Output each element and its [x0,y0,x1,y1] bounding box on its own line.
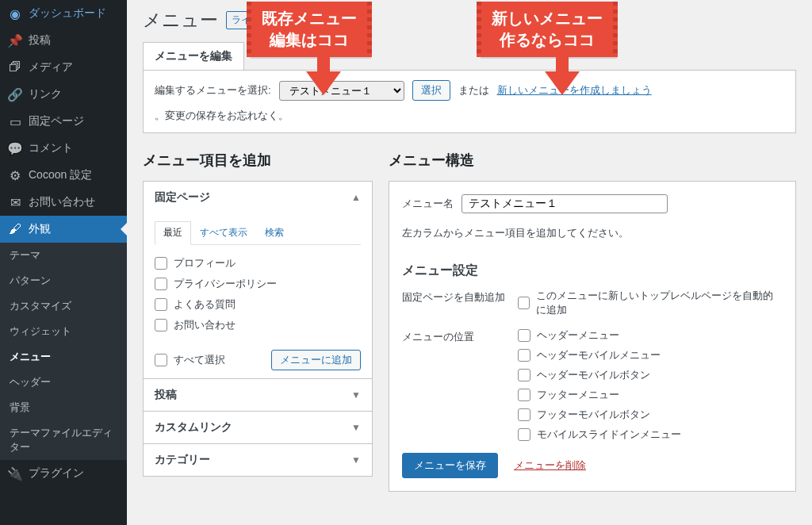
submenu-customize[interactable]: カスタマイズ [0,293,127,319]
structure-title: メニュー構造 [389,151,796,170]
menu-name-input[interactable] [462,194,668,213]
chevron-up-icon: ▲ [351,192,361,203]
nav-tabs: メニューを編集 [143,42,796,70]
chevron-down-icon: ▼ [351,454,361,466]
submenu-theme[interactable]: テーマ [0,243,127,268]
arrow-icon [317,52,330,73]
sidebar-item-appearance[interactable]: 🖌外観 [0,216,127,243]
callout-edit-existing: 既存メニュー編集はココ [249,2,370,57]
menu-selector-bar: 編集するメニューを選択: テストメニュー１ 選択 または新しいメニューを作成しま… [143,70,796,133]
sidebar-item-plugins[interactable]: 🔌プラグイン [0,460,127,487]
add-to-menu-button[interactable]: メニューに追加 [271,350,361,370]
submenu-header[interactable]: ヘッダー [0,370,127,395]
accordion-pages: 固定ページ▲ 最近 すべて表示 検索 プロフィール プライバシーポリシー よくあ… [143,181,373,379]
menu-structure-box: メニュー名 左カラムからメニュー項目を追加してください。 メニュー設定 固定ペー… [389,181,796,492]
submenu-background[interactable]: 背景 [0,395,127,420]
position-checkbox[interactable] [518,329,530,342]
subtab-all[interactable]: すべて表示 [191,221,256,244]
sidebar-item-pages[interactable]: ▭固定ページ [0,108,127,135]
menu-settings-title: メニュー設定 [402,262,783,279]
appearance-submenu: テーマ パターン カスタマイズ ウィジェット メニュー ヘッダー 背景 テーマフ… [0,243,127,460]
menu-name-label: メニュー名 [402,197,454,211]
admin-sidebar: ◉ダッシュボード 📌投稿 🗇メディア 🔗リンク ▭固定ページ 💬コメント ⚙Co… [0,0,127,525]
sidebar-item-comments[interactable]: 💬コメント [0,135,127,162]
subtab-search[interactable]: 検索 [256,221,293,244]
media-icon: 🗇 [8,60,22,75]
select-button[interactable]: 選択 [412,80,450,101]
pin-icon: 📌 [8,33,22,48]
tab-edit-menus[interactable]: メニューを編集 [143,42,244,70]
auto-add-label: 固定ページを自動追加 [402,289,505,305]
page-icon: ▭ [8,114,22,128]
chevron-down-icon: ▼ [351,389,361,400]
dashboard-icon: ◉ [8,6,22,21]
callout-create-new: 新しいメニュー作るならココ [479,2,615,57]
auto-add-checkbox[interactable] [518,297,530,309]
submenu-patterns[interactable]: パターン [0,268,127,293]
save-menu-button[interactable]: メニューを保存 [402,453,498,478]
arrow-icon [556,52,569,73]
main-content: メニュー ライ メニューを編集 編集するメニューを選択: テストメニュー１ 選択… [127,0,812,525]
sidebar-item-media[interactable]: 🗇メディア [0,54,127,81]
arrow-down-icon [545,71,580,95]
accordion-custom-head[interactable]: カスタムリンク▼ [144,412,372,443]
comment-icon: 💬 [8,141,22,155]
position-checkbox[interactable] [518,408,530,421]
gear-icon: ⚙ [8,168,22,182]
plugin-icon: 🔌 [8,466,22,481]
menu-select[interactable]: テストメニュー１ [279,81,404,101]
sidebar-item-posts[interactable]: 📌投稿 [0,27,127,54]
page-title: メニュー ライ [143,5,796,42]
checkbox[interactable] [155,278,167,290]
delete-menu-link[interactable]: メニューを削除 [514,458,586,473]
structure-hint: 左カラムからメニュー項目を追加してください。 [402,226,783,240]
arrow-down-icon [306,71,341,95]
brush-icon: 🖌 [8,222,22,236]
chevron-down-icon: ▼ [351,422,361,433]
select-all-checkbox[interactable] [155,354,167,366]
position-checkbox[interactable] [518,369,530,381]
submenu-theme-editor[interactable]: テーマファイルエディター [0,420,127,460]
position-label: メニューの位置 [402,328,505,344]
add-items-title: メニュー項目を追加 [143,151,373,170]
link-icon: 🔗 [8,87,22,102]
accordion-pages-head[interactable]: 固定ページ▲ [144,182,372,213]
subtab-recent[interactable]: 最近 [155,221,191,245]
submenu-menus[interactable]: メニュー [0,344,127,370]
submenu-widgets[interactable]: ウィジェット [0,319,127,344]
accordion-posts-head[interactable]: 投稿▼ [144,379,372,411]
checkbox[interactable] [155,257,167,270]
sidebar-item-links[interactable]: 🔗リンク [0,81,127,108]
sidebar-item-dashboard[interactable]: ◉ダッシュボード [0,0,127,27]
checkbox[interactable] [155,319,167,331]
accordion-categories-head[interactable]: カテゴリー▼ [144,444,372,476]
mail-icon: ✉ [8,195,22,209]
position-checkbox[interactable] [518,349,530,362]
sidebar-item-contact[interactable]: ✉お問い合わせ [0,189,127,216]
position-checkbox[interactable] [518,428,530,441]
selector-label: 編集するメニューを選択: [155,83,271,98]
sidebar-item-cocoon[interactable]: ⚙Cocoon 設定 [0,162,127,189]
position-checkbox[interactable] [518,389,530,401]
checkbox[interactable] [155,298,167,311]
